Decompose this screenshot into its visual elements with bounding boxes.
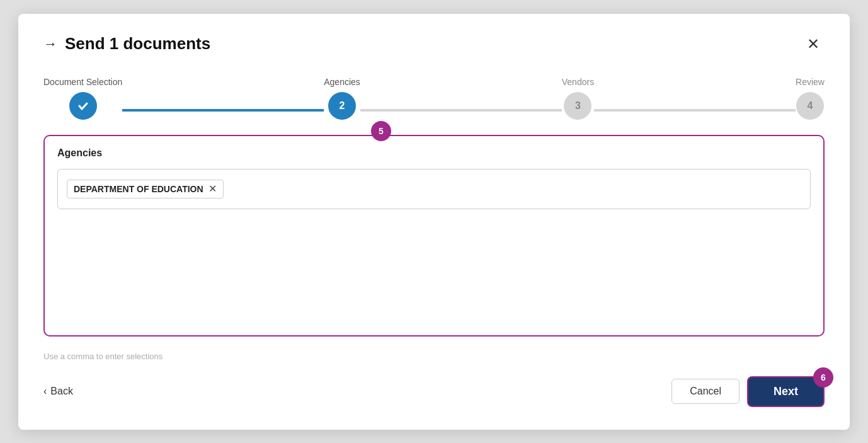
step-3-circle: 3 (564, 92, 591, 120)
modal-dialog: → Send 1 documents ✕ Document Selection (18, 14, 850, 430)
hint-text: Use a comma to enter selections (43, 352, 825, 361)
step-review: Review 4 (796, 77, 825, 120)
step-2-number: 2 (340, 100, 345, 112)
agency-tag-remove-button[interactable]: ✕ (208, 184, 217, 194)
agencies-section: Agencies DEPARTMENT OF EDUCATION ✕ (43, 135, 825, 337)
step-4-label: Review (796, 77, 825, 87)
step-2-circle: 2 (328, 92, 356, 120)
back-button[interactable]: ‹ Back (43, 381, 73, 402)
step-4-circle: 4 (796, 92, 824, 120)
step-1-label: Document Selection (43, 77, 122, 87)
step-agencies: Agencies 2 (324, 77, 360, 120)
step-3-label: Vendors (562, 77, 594, 87)
agencies-section-title: Agencies (57, 147, 811, 159)
agencies-input-area[interactable]: DEPARTMENT OF EDUCATION ✕ (57, 169, 811, 209)
agency-tag: DEPARTMENT OF EDUCATION ✕ (67, 180, 224, 198)
connector-2-3 (360, 109, 562, 112)
annotation-badge-5: 5 (371, 121, 391, 141)
title-group: → Send 1 documents (43, 34, 210, 54)
back-chevron-icon: ‹ (43, 386, 47, 397)
stepper: Document Selection Agencies 2 (43, 77, 825, 120)
cancel-button[interactable]: Cancel (671, 379, 740, 404)
annotation-badge-6: 6 (813, 367, 833, 388)
checkmark-icon (77, 100, 89, 112)
modal-footer: ‹ Back Cancel 6 Next (43, 376, 825, 407)
step-1-circle (69, 92, 97, 120)
step-document-selection: Document Selection (43, 77, 122, 120)
step-vendors: Vendors 3 (562, 77, 594, 120)
connector-1-2 (122, 109, 324, 112)
title-arrow-icon: → (43, 36, 57, 52)
next-button-wrapper: 6 Next (747, 376, 825, 407)
step-2-label: Agencies (324, 77, 360, 87)
back-label: Back (50, 386, 73, 397)
close-icon: ✕ (807, 35, 819, 52)
step-3-number: 3 (575, 100, 581, 112)
stepper-wrapper: Document Selection Agencies 2 (43, 77, 825, 120)
step-4-number: 4 (808, 100, 813, 112)
modal-title: Send 1 documents (65, 34, 210, 54)
connector-3-4 (594, 109, 796, 112)
modal-overlay: → Send 1 documents ✕ Document Selection (0, 0, 868, 443)
footer-right: Cancel 6 Next (671, 376, 825, 407)
close-button[interactable]: ✕ (802, 34, 825, 54)
modal-header: → Send 1 documents ✕ (43, 34, 825, 54)
agency-tag-label: DEPARTMENT OF EDUCATION (74, 184, 203, 194)
next-button[interactable]: Next (747, 376, 825, 407)
